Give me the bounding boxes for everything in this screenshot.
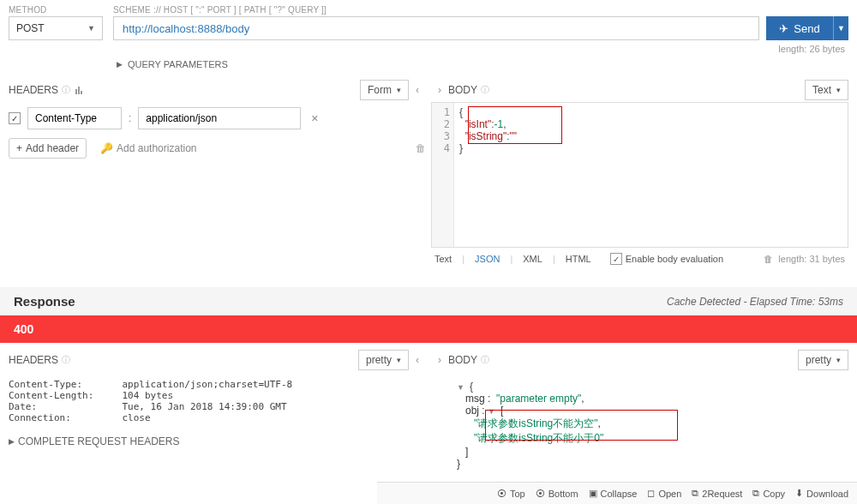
- format-text-tab[interactable]: Text: [434, 254, 452, 264]
- code-content: { "isInt":-1, "isString":"" }: [454, 103, 848, 247]
- resp-headers-mode-select[interactable]: pretty ▾: [358, 350, 409, 370]
- triangle-right-icon: ▶: [9, 437, 15, 446]
- chevron-left-icon[interactable]: ‹: [409, 81, 426, 99]
- status-code: 400: [0, 315, 857, 343]
- triangle-down-icon[interactable]: ▼: [457, 383, 464, 392]
- help-icon[interactable]: ⓘ: [62, 84, 70, 96]
- header-value-input[interactable]: [138, 107, 301, 129]
- caret-down-icon: ▾: [397, 356, 401, 364]
- sort-icon[interactable]: [75, 87, 82, 94]
- header-name-input[interactable]: [27, 107, 122, 129]
- headers-title: HEADERS: [9, 84, 58, 96]
- body-length: length: 31 bytes: [778, 254, 845, 264]
- headers-mode-select[interactable]: Form ▾: [360, 80, 409, 100]
- help-icon[interactable]: ⓘ: [481, 354, 489, 366]
- line-gutter: 1234: [432, 103, 454, 247]
- response-json-view: ▼{ msg : "parameter empty", obj : ▼[ "请求…: [431, 372, 848, 470]
- help-icon[interactable]: ⓘ: [62, 354, 70, 366]
- format-xml-tab[interactable]: XML: [523, 254, 542, 264]
- caret-down-icon: ▾: [397, 86, 401, 94]
- send-options-button[interactable]: ▼: [833, 16, 848, 40]
- format-json-tab[interactable]: JSON: [475, 254, 500, 264]
- request-length: length: 26 bytes: [9, 44, 848, 54]
- format-html-tab[interactable]: HTML: [566, 254, 591, 264]
- cache-elapsed-text: Cache Detected - Elapsed Time: 53ms: [667, 296, 843, 308]
- send-button[interactable]: ✈ Send: [766, 16, 833, 40]
- query-parameters-label: QUERY PARAMETERS: [128, 59, 228, 69]
- triangle-down-icon[interactable]: ▼: [488, 407, 495, 416]
- chevron-left-icon[interactable]: ‹: [409, 351, 426, 369]
- header-enable-checkbox[interactable]: ✓: [9, 112, 21, 124]
- scheme-label: SCHEME :// HOST [ ":" PORT ] [ PATH [ "?…: [113, 5, 759, 15]
- response-title: Response: [14, 294, 75, 309]
- caret-down-icon: ▾: [836, 86, 841, 94]
- caret-down-icon: ▾: [836, 356, 841, 364]
- resp-body-mode-select[interactable]: pretty ▾: [798, 350, 848, 370]
- enable-eval-checkbox[interactable]: ✓: [610, 253, 622, 265]
- response-headers-list: Content-Type: application/json;charset=U…: [9, 379, 426, 423]
- remove-header-icon[interactable]: ×: [311, 111, 318, 125]
- enable-eval-label: Enable body evaluation: [626, 254, 723, 264]
- plus-icon: +: [16, 142, 22, 154]
- resp-body-title: BODY: [448, 354, 477, 366]
- body-title: BODY: [448, 84, 477, 96]
- triangle-right-icon: ▶: [117, 60, 123, 69]
- add-header-button[interactable]: + Add header: [9, 138, 87, 159]
- help-icon[interactable]: ⓘ: [481, 84, 489, 96]
- query-parameters-toggle[interactable]: ▶ QUERY PARAMETERS: [117, 59, 848, 69]
- trash-icon[interactable]: 🗑: [764, 254, 773, 264]
- trash-icon[interactable]: 🗑: [416, 142, 426, 154]
- body-mode-select[interactable]: Text ▾: [805, 80, 848, 100]
- add-authorization-button[interactable]: 🔑 Add authorization: [100, 142, 196, 154]
- chevron-right-icon[interactable]: ›: [431, 351, 448, 369]
- complete-request-headers-toggle[interactable]: ▶ COMPLETE REQUEST HEADERS: [9, 435, 426, 447]
- method-select[interactable]: POST ▼: [9, 16, 103, 40]
- method-value: POST: [16, 22, 45, 34]
- key-icon: 🔑: [100, 142, 113, 154]
- send-icon: ✈: [779, 22, 788, 35]
- body-editor[interactable]: 1234 { "isInt":-1, "isString":"" }: [431, 102, 848, 248]
- caret-down-icon: ▼: [87, 24, 95, 33]
- send-label: Send: [794, 22, 819, 35]
- url-input[interactable]: [113, 16, 759, 40]
- resp-headers-title: HEADERS: [9, 354, 58, 366]
- chevron-right-icon[interactable]: ›: [431, 81, 448, 99]
- method-label: METHOD: [9, 5, 103, 15]
